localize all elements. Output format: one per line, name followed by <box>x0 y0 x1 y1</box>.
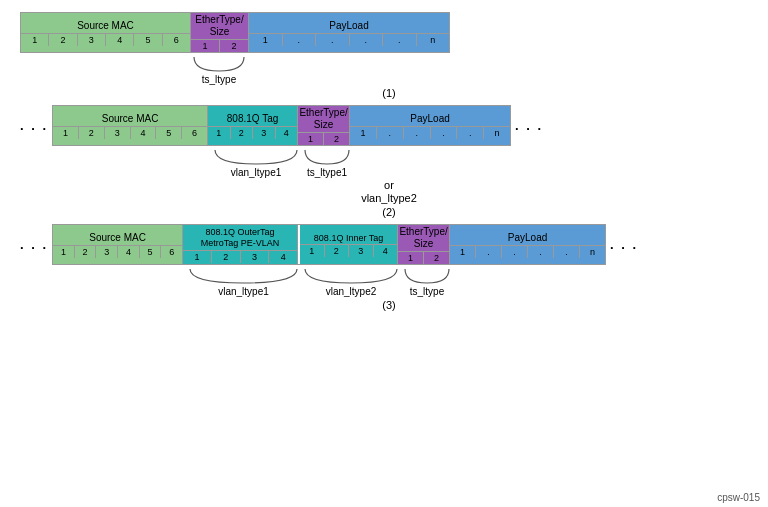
num-cell: 4 <box>374 245 398 257</box>
num-cell: n <box>580 246 605 258</box>
num-cell: 2 <box>220 40 248 52</box>
num-cell: 4 <box>269 251 297 263</box>
num-cell: . <box>404 127 431 139</box>
num-cell: 4 <box>131 127 157 139</box>
num-cell: . <box>528 246 554 258</box>
innertag-label-3: 808.1Q Inner Tag <box>312 232 385 245</box>
num-cell: 4 <box>106 34 134 46</box>
num-cell: 3 <box>253 127 276 139</box>
num-cell: . <box>316 34 350 46</box>
or-text-2: or <box>20 179 758 191</box>
num-cell: 2 <box>75 246 97 258</box>
num-cell: 1 <box>300 245 325 257</box>
fig1-caption: (1) <box>20 87 758 99</box>
num-cell: 4 <box>276 127 298 139</box>
ts-ltype-label-3: ts_ltype <box>410 286 444 297</box>
payload-label-3: PayLoad <box>506 231 549 245</box>
num-cell: 1 <box>21 34 49 46</box>
num-cell: 3 <box>241 251 270 263</box>
num-cell: 1 <box>53 246 75 258</box>
num-cell: . <box>377 127 404 139</box>
num-cell: 5 <box>140 246 162 258</box>
brace-tsltype1-2 <box>301 148 353 166</box>
brace-vlan1-3 <box>186 267 301 285</box>
num-cell: . <box>476 246 502 258</box>
num-cell: . <box>283 34 317 46</box>
num-cell: 2 <box>79 127 105 139</box>
num-cell: . <box>431 127 458 139</box>
num-cell: 3 <box>96 246 118 258</box>
num-cell: 3 <box>105 127 131 139</box>
num-cell: 1 <box>249 34 283 46</box>
num-cell: . <box>457 127 484 139</box>
num-cell: . <box>554 246 580 258</box>
num-cell: . <box>502 246 528 258</box>
source-mac-label-2: Source MAC <box>100 112 161 126</box>
num-cell: 2 <box>212 251 241 263</box>
brace-vlan1-2 <box>211 148 301 166</box>
num-cell: 1 <box>350 127 377 139</box>
source-mac-label-1: Source MAC <box>75 19 136 33</box>
brace-svg-1 <box>190 55 248 73</box>
num-cell: 1 <box>398 252 424 264</box>
num-cell: 1 <box>183 251 212 263</box>
outertag-label-3: 808.1Q OuterTagMetroTag PE-VLAN <box>199 226 282 250</box>
num-cell: 1 <box>298 133 324 145</box>
num-cell: 1 <box>53 127 79 139</box>
num-cell: 6 <box>182 127 207 139</box>
num-cell: 1 <box>208 127 231 139</box>
fig3-caption: (3) <box>20 299 758 311</box>
num-cell: . <box>383 34 417 46</box>
dots-right-2: . . . <box>515 118 543 133</box>
vlan-ltype2-label-3: vlan_ltype2 <box>326 286 377 297</box>
num-cell: 3 <box>349 245 374 257</box>
brace-vlan2-3 <box>301 267 401 285</box>
num-cell: 2 <box>231 127 254 139</box>
payload-label-1: PayLoad <box>327 19 370 33</box>
num-cell: 6 <box>161 246 182 258</box>
num-cell: 2 <box>325 245 350 257</box>
payload-label-2: PayLoad <box>408 112 451 126</box>
num-cell: 1 <box>450 246 476 258</box>
num-cell: 2 <box>324 133 349 145</box>
vlan-tag-label-2: 808.1Q Tag <box>225 112 281 126</box>
num-cell: n <box>417 34 450 46</box>
ethertype-label-1: EtherType/Size <box>193 13 245 39</box>
num-cell: 2 <box>49 34 77 46</box>
vlan-ltype1-label-2: vlan_ltype1 <box>231 167 282 178</box>
dots-left-2: . . . <box>20 118 48 133</box>
num-cell: 1 <box>191 40 220 52</box>
vlan-ltype2-text-2: vlan_ltype2 <box>20 192 758 204</box>
num-cell: 4 <box>118 246 140 258</box>
num-cell: 6 <box>163 34 190 46</box>
source-mac-label-3: Source MAC <box>87 231 148 245</box>
figure-id: cpsw-015 <box>717 492 760 503</box>
fig2-caption: (2) <box>20 206 758 218</box>
num-cell: . <box>350 34 384 46</box>
num-cell: n <box>484 127 510 139</box>
ethertype-label-3: EtherType/Size <box>397 225 449 251</box>
ts-ltype1-label-2: ts_ltype1 <box>307 167 347 178</box>
num-cell: 5 <box>156 127 182 139</box>
num-cell: 3 <box>78 34 106 46</box>
dots-left-3: . . . <box>20 237 48 252</box>
ts-ltype-label-1: ts_ltype <box>202 74 236 85</box>
num-cell: 5 <box>134 34 162 46</box>
vlan-ltype1-label-3: vlan_ltype1 <box>218 286 269 297</box>
dots-right-3: . . . <box>610 237 638 252</box>
ethertype-label-2: EtherType/Size <box>297 106 349 132</box>
brace-tsltype-3 <box>401 267 453 285</box>
num-cell: 2 <box>424 252 449 264</box>
